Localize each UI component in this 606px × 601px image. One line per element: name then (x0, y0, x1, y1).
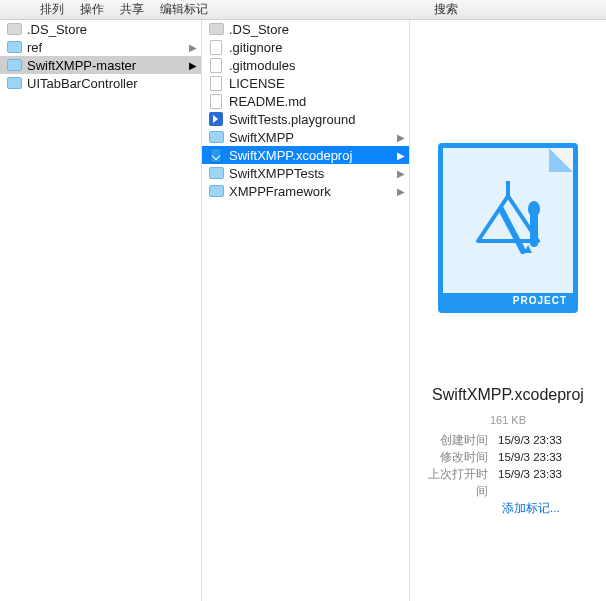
toolbar-search-label[interactable]: 搜索 (434, 1, 458, 18)
list-item-label: .gitignore (229, 40, 405, 55)
svg-point-4 (528, 201, 540, 217)
folder-icon (6, 57, 22, 73)
meta-value: 15/9/3 23:33 (498, 466, 562, 500)
list-item[interactable]: SwiftXMPP-master▶ (0, 56, 201, 74)
toolbar-menu-arrange[interactable]: 排列 (40, 1, 64, 18)
list-item[interactable]: .DS_Store (0, 20, 201, 38)
folder-icon (208, 183, 224, 199)
list-item[interactable]: README.md (202, 92, 409, 110)
meta-key: 创建时间 (424, 432, 498, 449)
meta-row: 上次打开时间15/9/3 23:33 (424, 466, 592, 500)
list-item[interactable]: ref▶ (0, 38, 201, 56)
folder-icon (208, 129, 224, 145)
preview-pane: PROJECT SwiftXMPP.xcodeproj 161 KB 创建时间1… (410, 20, 606, 601)
list-item-label: UITabBarController (27, 76, 197, 91)
finder-columns: .DS_Storeref▶SwiftXMPP-master▶UITabBarCo… (0, 20, 606, 601)
preview-filename: SwiftXMPP.xcodeproj (418, 386, 598, 404)
meta-value: 15/9/3 23:33 (498, 432, 562, 449)
folder-icon (208, 21, 224, 37)
list-item[interactable]: SwiftTests.playground (202, 110, 409, 128)
list-item[interactable]: UITabBarController (0, 74, 201, 92)
chevron-right-icon: ▶ (189, 42, 197, 53)
meta-value: 15/9/3 23:33 (498, 449, 562, 466)
document-icon (208, 93, 224, 109)
list-item-label: SwiftXMPP.xcodeproj (229, 148, 395, 163)
folder-icon (6, 39, 22, 55)
list-item-label: SwiftTests.playground (229, 112, 405, 127)
meta-key: 上次打开时间 (424, 466, 498, 500)
meta-key: 修改时间 (424, 449, 498, 466)
folder-icon (6, 75, 22, 91)
playground-icon (208, 111, 224, 127)
toolbar-menu-action[interactable]: 操作 (80, 1, 104, 18)
list-item-label: .gitmodules (229, 58, 405, 73)
document-icon (208, 39, 224, 55)
column-2[interactable]: .DS_Store.gitignore.gitmodulesLICENSEREA… (202, 20, 410, 601)
list-item-label: XMPPFramework (229, 184, 395, 199)
folder-icon (6, 21, 22, 37)
document-icon (208, 75, 224, 91)
list-item[interactable]: SwiftXMPP.xcodeproj▶ (202, 146, 409, 164)
meta-row: 修改时间15/9/3 23:33 (424, 449, 592, 466)
list-item-label: README.md (229, 94, 405, 109)
list-item-label: SwiftXMPP-master (27, 58, 187, 73)
xcodeproj-icon (208, 147, 224, 163)
chevron-right-icon: ▶ (397, 186, 405, 197)
chevron-right-icon: ▶ (397, 150, 405, 161)
chevron-right-icon: ▶ (189, 60, 197, 71)
list-item-label: SwiftXMPPTests (229, 166, 395, 181)
list-item[interactable]: LICENSE (202, 74, 409, 92)
list-item-label: .DS_Store (27, 22, 197, 37)
list-item[interactable]: .DS_Store (202, 20, 409, 38)
list-item[interactable]: SwiftXMPP▶ (202, 128, 409, 146)
list-item-label: LICENSE (229, 76, 405, 91)
preview-meta: 创建时间15/9/3 23:33修改时间15/9/3 23:33上次打开时间15… (418, 432, 598, 500)
list-item[interactable]: .gitmodules (202, 56, 409, 74)
chevron-right-icon: ▶ (397, 132, 405, 143)
column-1[interactable]: .DS_Storeref▶SwiftXMPP-master▶UITabBarCo… (0, 20, 202, 601)
toolbar-menu-edit-tags[interactable]: 编辑标记 (160, 1, 208, 18)
toolbar-menu-share[interactable]: 共享 (120, 1, 144, 18)
list-item-label: SwiftXMPP (229, 130, 395, 145)
add-tag-link[interactable]: 添加标记... (502, 502, 560, 514)
meta-row: 创建时间15/9/3 23:33 (424, 432, 592, 449)
folder-icon (208, 165, 224, 181)
preview-size: 161 KB (418, 414, 598, 426)
chevron-right-icon: ▶ (397, 168, 405, 179)
add-tag-row: 添加标记... (418, 500, 598, 516)
list-item-label: .DS_Store (229, 22, 405, 37)
preview-icon-area: PROJECT (418, 88, 598, 368)
toolbar: 排列 操作 共享 编辑标记 搜索 (0, 0, 606, 20)
svg-rect-3 (530, 213, 538, 247)
list-item[interactable]: XMPPFramework▶ (202, 182, 409, 200)
list-item[interactable]: .gitignore (202, 38, 409, 56)
list-item[interactable]: SwiftXMPPTests▶ (202, 164, 409, 182)
document-icon (208, 57, 224, 73)
list-item-label: ref (27, 40, 187, 55)
xcodeproj-icon: PROJECT (438, 143, 578, 313)
toolbar-menu: 排列 操作 共享 编辑标记 (40, 1, 208, 18)
preview-banner: PROJECT (443, 293, 573, 308)
